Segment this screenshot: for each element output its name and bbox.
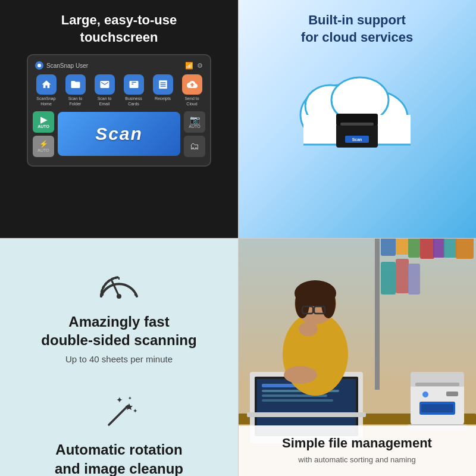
svg-rect-8 (340, 123, 374, 126)
svg-text:Scan: Scan (352, 137, 362, 142)
ts-right-btn-2[interactable]: 🗂 (184, 136, 205, 157)
ts-header-icons: 📶 ⚙ (185, 62, 203, 70)
ts-receipts-icon (153, 74, 173, 95)
settings-icon: ⚙ (197, 62, 203, 70)
svg-rect-25 (396, 238, 409, 255)
cloud-container: Scan (292, 61, 422, 151)
svg-rect-30 (456, 238, 474, 259)
touchscreen-device: ScanSnap User 📶 ⚙ ScanSnapHome (27, 54, 211, 167)
svg-text:✦: ✦ (128, 396, 132, 401)
speedometer-icon (95, 268, 143, 303)
cell-scanning: Amazingly fastdouble-sided scanning Up t… (0, 238, 238, 476)
ts-cards-label: BusinessCards (125, 96, 142, 107)
svg-rect-33 (408, 264, 420, 295)
ts-nav-row: ScanSnapHome Scan toFolder Scan toEmail (33, 74, 205, 107)
ts-nav-email[interactable]: Scan toEmail (91, 74, 118, 107)
ts-header-left: ScanSnap User (35, 61, 88, 70)
ts-main-area: ▶ AUTO ⚡ AUTO Scan 📷 AUTO (33, 111, 205, 157)
svg-rect-43 (247, 412, 366, 417)
ts-scan-label: Scan (95, 124, 143, 144)
ts-cards-icon (124, 74, 144, 95)
cell-cloud: Built-in supportfor cloud services (238, 0, 476, 238)
ts-logo-dot (35, 61, 43, 70)
svg-text:✦: ✦ (133, 408, 137, 414)
svg-rect-24 (381, 238, 396, 256)
ts-left-col: ▶ AUTO ⚡ AUTO (33, 111, 54, 157)
svg-rect-42 (262, 399, 333, 402)
photo-scene: Simple file management with automatic so… (238, 238, 476, 476)
ts-folder-icon (65, 74, 86, 95)
ts-folder-label: Scan toFolder (68, 96, 83, 107)
ts-auto-btn-2[interactable]: ⚡ AUTO (33, 136, 54, 157)
wand-icon: ✦ ✦ ✦ (98, 394, 140, 432)
photo-overlay: Simple file management with automatic so… (238, 425, 476, 476)
br-title: Simple file management (248, 435, 466, 452)
ts-cloud-icon (182, 74, 202, 95)
svg-rect-56 (415, 383, 459, 386)
svg-rect-31 (381, 262, 396, 295)
ts-auto-btn-1[interactable]: ▶ AUTO (33, 111, 54, 133)
ts-nav-folder[interactable]: Scan toFolder (62, 74, 89, 107)
ts-receipts-label: Receipts (155, 96, 171, 101)
ts-right-btn-1[interactable]: 📷 AUTO (184, 111, 205, 133)
svg-rect-26 (408, 238, 420, 258)
bl-title2: Automatic rotationand image cleanup (55, 440, 183, 476)
ts-cloud-label: Send toCloud (184, 96, 199, 107)
vertical-divider (238, 0, 239, 476)
svg-text:✦: ✦ (116, 395, 123, 405)
ts-right-col: 📷 AUTO 🗂 (184, 111, 205, 157)
svg-rect-28 (433, 238, 445, 258)
ts-header: ScanSnap User 📶 ⚙ (33, 61, 205, 70)
svg-rect-27 (420, 238, 434, 259)
svg-rect-22 (375, 238, 380, 390)
bl-title: Amazingly fastdouble-sided scanning (41, 312, 196, 349)
svg-point-53 (299, 322, 318, 336)
ts-home-icon (36, 74, 57, 95)
ts-nav-receipts[interactable]: Receipts (149, 74, 176, 107)
ts-home-label: ScanSnapHome (36, 96, 55, 107)
cloud-svg: Scan (292, 64, 422, 148)
tl-title: Large, easy-to-usetouchscreen (61, 12, 177, 46)
ts-nav-cards[interactable]: BusinessCards (120, 74, 147, 107)
ts-user-text: ScanSnap User (46, 62, 88, 69)
main-grid: Large, easy-to-usetouchscreen ScanSnap U… (0, 0, 476, 476)
wifi-icon: 📶 (185, 62, 193, 70)
svg-point-59 (422, 392, 428, 397)
svg-point-12 (117, 294, 121, 299)
ts-nav-cloud[interactable]: Send toCloud (178, 74, 205, 107)
svg-rect-60 (446, 392, 458, 396)
bl-subtitle: Up to 40 sheets per minute (65, 354, 173, 364)
svg-point-52 (284, 366, 317, 384)
svg-rect-58 (421, 404, 453, 412)
cell-filemanagement: Simple file management with automatic so… (238, 238, 476, 476)
ts-email-label: Scan toEmail (98, 96, 112, 107)
tr-title: Built-in supportfor cloud services (301, 12, 413, 46)
br-subtitle: with automatic sorting and naming (248, 455, 466, 464)
ts-nav-home[interactable]: ScanSnapHome (33, 74, 60, 107)
ts-email-icon (95, 74, 115, 95)
ts-scan-button[interactable]: Scan (58, 112, 180, 156)
svg-rect-29 (444, 238, 457, 258)
svg-marker-17 (126, 403, 133, 410)
cell-touchscreen: Large, easy-to-usetouchscreen ScanSnap U… (0, 0, 238, 238)
svg-line-16 (109, 406, 128, 425)
svg-rect-32 (396, 259, 409, 293)
